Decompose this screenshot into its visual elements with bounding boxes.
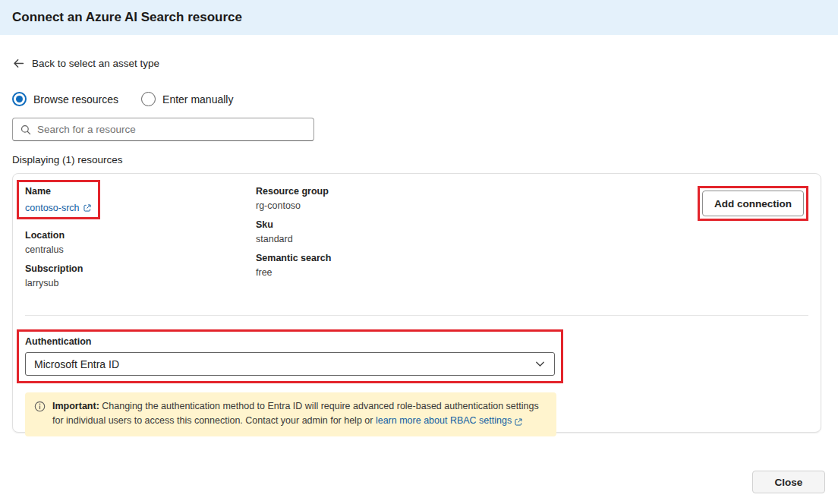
resource-search-box[interactable]	[12, 118, 314, 141]
resource-fields: Name contoso-srch Location centralus	[25, 186, 808, 297]
resource-column-left: Name contoso-srch Location centralus	[25, 186, 256, 297]
close-button[interactable]: Close	[752, 471, 825, 493]
arrow-left-icon	[12, 57, 25, 70]
field-sku-label: Sku	[256, 219, 698, 230]
authentication-dropdown[interactable]: Microsoft Entra ID	[25, 352, 555, 376]
add-connection-button[interactable]: Add connection	[702, 191, 804, 216]
field-subscription-value: larrysub	[25, 278, 256, 288]
field-location-label: Location	[25, 230, 256, 241]
info-icon	[34, 401, 46, 412]
dialog-body: Back to select an asset type Browse reso…	[0, 35, 838, 433]
external-link-icon	[83, 203, 92, 213]
field-semantic-search-value: free	[256, 267, 698, 278]
resource-name-text: contoso-srch	[25, 203, 80, 213]
resource-column-middle: Resource group rg-contoso Sku standard S…	[256, 186, 698, 286]
resource-name-link[interactable]: contoso-srch	[25, 203, 92, 213]
resource-card: Name contoso-srch Location centralus	[12, 173, 821, 433]
rbac-settings-link[interactable]: learn more about RBAC settings	[376, 414, 523, 428]
warning-text: Important: Changing the authentication m…	[52, 399, 546, 429]
back-link[interactable]: Back to select an asset type	[12, 57, 159, 70]
radio-browse-label: Browse resources	[33, 93, 118, 106]
search-icon	[20, 124, 32, 136]
field-semantic-search-label: Semantic search	[256, 253, 698, 263]
field-resource-group-value: rg-contoso	[256, 200, 698, 211]
field-sku: Sku standard	[256, 219, 698, 244]
warning-emphasis: Important:	[52, 401, 99, 411]
field-location-value: centralus	[25, 244, 256, 255]
radio-enter-manually[interactable]: Enter manually	[141, 92, 233, 106]
field-subscription-label: Subscription	[25, 263, 256, 274]
field-resource-group: Resource group rg-contoso	[256, 186, 698, 211]
rbac-settings-link-label: learn more about RBAC settings	[376, 414, 512, 428]
page-title: Connect an Azure AI Search resource	[12, 10, 242, 25]
radio-browse-resources[interactable]: Browse resources	[12, 92, 118, 106]
field-location: Location centralus	[25, 230, 256, 255]
chevron-down-icon	[534, 358, 546, 370]
annotation-highlight-add-connection: Add connection	[698, 186, 808, 221]
field-name-label: Name	[25, 186, 92, 197]
field-sku-value: standard	[256, 234, 698, 244]
dialog-header: Connect an Azure AI Search resource	[0, 0, 838, 35]
field-subscription: Subscription larrysub	[25, 263, 256, 288]
annotation-highlight-authentication: Authentication Microsoft Entra ID	[17, 329, 563, 383]
card-divider	[25, 315, 808, 316]
field-resource-group-label: Resource group	[256, 186, 698, 197]
resource-mode-radio-group: Browse resources Enter manually	[12, 92, 826, 106]
radio-unselected-icon[interactable]	[141, 92, 156, 106]
authentication-selected-value: Microsoft Entra ID	[34, 358, 119, 370]
radio-selected-icon[interactable]	[12, 92, 27, 106]
external-link-icon	[514, 417, 523, 427]
important-warning-banner: Important: Changing the authentication m…	[25, 392, 556, 436]
field-semantic-search: Semantic search free	[256, 253, 698, 278]
authentication-label: Authentication	[25, 336, 555, 347]
back-link-label: Back to select an asset type	[32, 58, 159, 69]
add-connection-area: Add connection	[698, 186, 808, 221]
results-summary: Displaying (1) resources	[12, 154, 826, 165]
search-input[interactable]	[37, 118, 307, 140]
annotation-highlight-name: Name contoso-srch	[17, 180, 100, 219]
radio-manual-label: Enter manually	[162, 93, 233, 106]
field-name: Name contoso-srch	[25, 186, 256, 222]
